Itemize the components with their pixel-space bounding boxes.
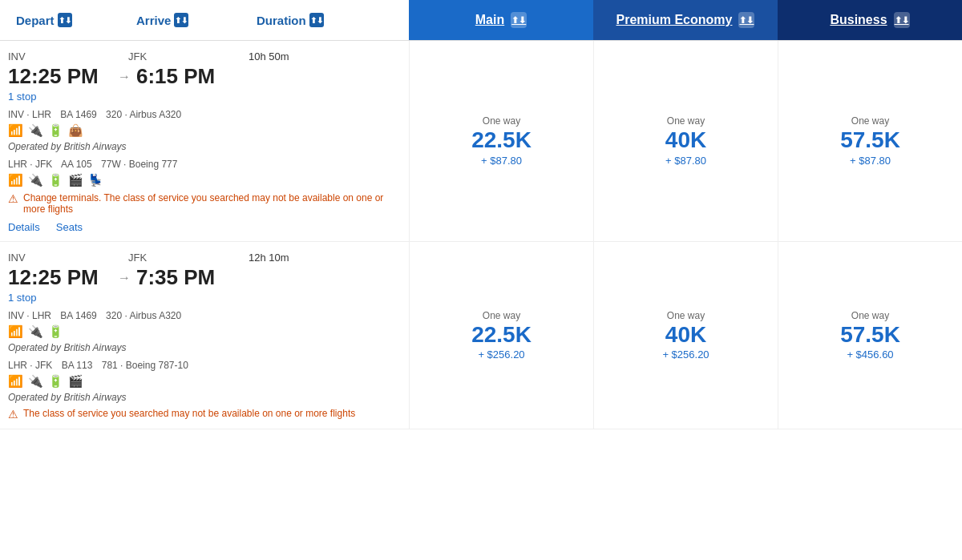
depart-sort-button[interactable]: Depart ⬆⬇ bbox=[8, 0, 128, 40]
duration-label: Duration bbox=[257, 14, 306, 27]
bag-icon: 👜 bbox=[68, 123, 83, 138]
flight-1-times: 12:25 PM → 6:15 PM bbox=[8, 64, 401, 89]
main-sort-icon: ⬆⬇ bbox=[511, 12, 527, 28]
flight-1-seats-link[interactable]: Seats bbox=[56, 221, 83, 233]
flight-1-main-label: One way bbox=[483, 115, 520, 127]
flight-1-pricing: One way 22.5K + $87.80 One way 40K + $87… bbox=[409, 41, 962, 241]
f2-usb-icon: 🔋 bbox=[48, 324, 63, 339]
flight-2-seg2-amenities: 📶 🔌 🔋 🎬 bbox=[8, 374, 401, 389]
flight-1-seg1-amenities: 📶 🔌 🔋 👜 bbox=[8, 123, 401, 138]
flight-2-info: INV JFK 12h 10m 12:25 PM → 7:35 PM 1 sto… bbox=[0, 242, 409, 429]
flight-2-warning-text: The class of service you searched may no… bbox=[23, 408, 355, 419]
column-headers: Depart ⬆⬇ Arrive ⬆⬇ Duration ⬆⬇ bbox=[0, 0, 409, 40]
f2-seg1-aircraft: 320 · Airbus A320 bbox=[106, 310, 181, 321]
flight-1-premium-label: One way bbox=[667, 115, 705, 127]
flight-1-segment-2: LHR · JFK AA 105 77W · Boeing 777 bbox=[8, 159, 401, 170]
usb-icon-2: 🔋 bbox=[48, 173, 63, 187]
business-sort-icon: ⬆⬇ bbox=[894, 12, 910, 28]
f2-entertainment-icon: 🎬 bbox=[68, 374, 83, 389]
business-header[interactable]: Business ⬆⬇ bbox=[778, 0, 962, 40]
flight-1-airports: INV JFK 10h 50m bbox=[8, 50, 401, 62]
flight-1-main-points: 22.5K bbox=[471, 128, 532, 153]
flight-2-stops: 1 stop bbox=[8, 292, 401, 304]
flight-1-warning-text: Change terminals. The class of service y… bbox=[23, 192, 401, 215]
flight-1-business-cash: + $87.80 bbox=[850, 155, 891, 167]
flight-1-arrow: → bbox=[112, 70, 136, 84]
f2-usb-icon-2: 🔋 bbox=[48, 374, 63, 389]
arrive-label: Arrive bbox=[136, 14, 171, 27]
warning-icon: ⚠ bbox=[8, 192, 18, 205]
flight-1-actions: Details Seats bbox=[8, 221, 401, 233]
flight-1-main-cash: + $87.80 bbox=[481, 155, 522, 167]
flight-1-duration: 10h 50m bbox=[249, 50, 377, 62]
flight-2-duration: 12h 10m bbox=[249, 252, 377, 264]
flight-2-premium-points: 40K bbox=[665, 323, 706, 348]
flight-2-airports: INV JFK 12h 10m bbox=[8, 252, 401, 264]
business-label: Business bbox=[830, 13, 887, 27]
flight-1-business-price[interactable]: One way 57.5K + $87.80 bbox=[778, 41, 962, 241]
flight-2-arrive-time: 7:35 PM bbox=[136, 265, 224, 290]
flight-1-warning: ⚠ Change terminals. The class of service… bbox=[8, 192, 401, 215]
arrive-sort-button[interactable]: Arrive ⬆⬇ bbox=[128, 0, 249, 40]
flight-2-main-label: One way bbox=[483, 310, 520, 321]
flight-1-seg1-operator: Operated by British Airways bbox=[8, 141, 401, 152]
seg1-aircraft: 320 · Airbus A320 bbox=[106, 109, 181, 120]
wifi-icon-2: 📶 bbox=[8, 173, 23, 187]
premium-economy-header[interactable]: Premium Economy ⬆⬇ bbox=[593, 0, 778, 40]
flight-2-times: 12:25 PM → 7:35 PM bbox=[8, 265, 401, 290]
flight-2-main-points: 22.5K bbox=[471, 323, 532, 348]
flight-result-2: INV JFK 12h 10m 12:25 PM → 7:35 PM 1 sto… bbox=[0, 242, 962, 429]
wifi-icon: 📶 bbox=[8, 123, 23, 138]
f2-seg2-flight: BA 113 bbox=[62, 360, 93, 371]
seat-icon: 💺 bbox=[88, 173, 103, 187]
flight-2-premium-price[interactable]: One way 40K + $256.20 bbox=[593, 242, 778, 429]
power-icon-2: 🔌 bbox=[28, 173, 43, 187]
flight-1-premium-price[interactable]: One way 40K + $87.80 bbox=[593, 41, 778, 241]
usb-icon: 🔋 bbox=[48, 123, 63, 138]
flight-2-seg2-operator: Operated by British Airways bbox=[8, 392, 401, 403]
f2-seg2-aircraft: 781 · Boeing 787-10 bbox=[102, 360, 188, 371]
seg2-aircraft: 77W · Boeing 777 bbox=[101, 159, 177, 170]
flight-2-arrive-airport: JFK bbox=[128, 252, 249, 264]
flight-1-details-link[interactable]: Details bbox=[8, 221, 40, 233]
flight-1-seg2-amenities: 📶 🔌 🔋 🎬 💺 bbox=[8, 173, 401, 187]
flight-2-segment-1: INV · LHR BA 1469 320 · Airbus A320 bbox=[8, 310, 401, 321]
f2-power-icon-2: 🔌 bbox=[28, 374, 43, 389]
duration-sort-icon: ⬆⬇ bbox=[309, 13, 324, 27]
flight-2-business-price[interactable]: One way 57.5K + $456.60 bbox=[778, 242, 962, 429]
flight-2-main-price[interactable]: One way 22.5K + $256.20 bbox=[410, 242, 593, 429]
flight-2-depart-airport: INV bbox=[8, 252, 128, 264]
flight-2-seg1-operator: Operated by British Airways bbox=[8, 342, 401, 353]
cabin-headers: Main ⬆⬇ Premium Economy ⬆⬇ Business ⬆⬇ bbox=[409, 0, 962, 40]
flight-1-depart-time: 12:25 PM bbox=[8, 64, 112, 89]
entertainment-icon: 🎬 bbox=[68, 173, 83, 187]
flight-1-business-label: One way bbox=[851, 115, 889, 127]
flight-1-arrive-airport: JFK bbox=[128, 50, 249, 62]
f2-power-icon: 🔌 bbox=[28, 324, 43, 339]
main-cabin-header[interactable]: Main ⬆⬇ bbox=[409, 0, 593, 40]
flight-2-pricing: One way 22.5K + $256.20 One way 40K + $2… bbox=[409, 242, 962, 429]
seg1-route: INV · LHR bbox=[8, 109, 51, 120]
flight-2-business-cash: + $456.60 bbox=[847, 348, 893, 361]
arrive-sort-icon: ⬆⬇ bbox=[174, 13, 188, 27]
flight-2-premium-label: One way bbox=[667, 310, 705, 321]
f2-wifi-icon: 📶 bbox=[8, 324, 23, 339]
depart-sort-icon: ⬆⬇ bbox=[58, 13, 72, 27]
f2-seg1-route: INV · LHR bbox=[8, 310, 51, 321]
results-header: Depart ⬆⬇ Arrive ⬆⬇ Duration ⬆⬇ Main ⬆⬇ … bbox=[0, 0, 962, 41]
flight-2-premium-cash: + $256.20 bbox=[662, 348, 709, 361]
flight-1-arrive-time: 6:15 PM bbox=[136, 64, 224, 89]
seg2-flight: AA 105 bbox=[61, 159, 92, 170]
flight-2-depart-time: 12:25 PM bbox=[8, 265, 112, 290]
flight-1-business-points: 57.5K bbox=[840, 128, 900, 153]
power-icon: 🔌 bbox=[28, 123, 43, 138]
flight-1-main-price[interactable]: One way 22.5K + $87.80 bbox=[410, 41, 593, 241]
duration-sort-button[interactable]: Duration ⬆⬇ bbox=[249, 0, 377, 40]
depart-label: Depart bbox=[16, 14, 55, 27]
flight-1-stops: 1 stop bbox=[8, 91, 401, 103]
main-cabin-label: Main bbox=[475, 13, 504, 27]
premium-economy-label: Premium Economy bbox=[616, 13, 733, 27]
f2-wifi-icon-2: 📶 bbox=[8, 374, 23, 389]
seg1-flight: BA 1469 bbox=[60, 109, 96, 120]
flight-2-main-cash: + $256.20 bbox=[478, 348, 524, 361]
